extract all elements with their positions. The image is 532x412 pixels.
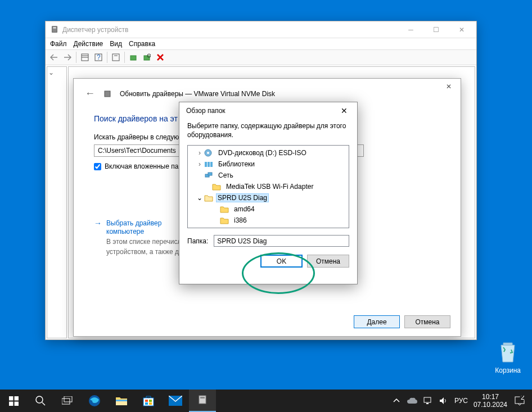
onedrive-icon[interactable] <box>407 396 417 406</box>
recycle-bin-icon <box>495 339 520 364</box>
ok-button[interactable]: OK <box>260 255 303 268</box>
browse-instruction: Выберите папку, содержащую драйверы для … <box>179 119 357 145</box>
menu-file[interactable]: Файл <box>50 40 67 48</box>
svg-rect-22 <box>9 401 13 405</box>
include-subfolders-checkbox[interactable] <box>94 163 101 170</box>
devmgr-titlebar[interactable]: Диспетчер устройств ─ ☐ ✕ <box>46 21 476 38</box>
selected-folder-input[interactable] <box>214 235 349 247</box>
search-button[interactable] <box>27 390 54 412</box>
svg-point-14 <box>207 152 209 154</box>
tree-item-i386[interactable]: i386 <box>188 215 349 226</box>
browse-title: Обзор папок <box>186 107 226 115</box>
close-button[interactable]: ✕ <box>449 21 474 38</box>
svg-rect-20 <box>9 396 13 400</box>
recycle-bin-label: Корзина <box>495 366 521 374</box>
cancel-button[interactable]: Отмена <box>404 315 450 328</box>
recycle-bin[interactable]: Корзина <box>495 339 521 374</box>
svg-line-25 <box>42 402 45 405</box>
svg-text:2: 2 <box>521 396 525 401</box>
svg-rect-1 <box>53 27 56 28</box>
devmgr-title: Диспетчер устройств <box>62 26 398 34</box>
task-view-button[interactable] <box>54 390 81 412</box>
svg-rect-15 <box>205 162 207 167</box>
folder-open-icon <box>204 193 214 202</box>
svg-rect-38 <box>200 397 205 399</box>
menu-action[interactable]: Действие <box>74 40 103 48</box>
folder-icon <box>219 216 229 225</box>
browse-close-button[interactable]: ✕ <box>336 105 353 116</box>
toolbar-help-icon[interactable]: ? <box>92 51 105 64</box>
svg-rect-9 <box>130 56 136 60</box>
clock[interactable]: 10:17 07.10.2024 <box>474 393 507 409</box>
devmgr-nav-tree[interactable]: ⌄ <box>47 66 67 338</box>
svg-point-24 <box>36 396 43 403</box>
folder-label: Папка: <box>187 237 208 245</box>
mail-icon[interactable] <box>162 390 189 412</box>
folder-icon <box>211 182 222 191</box>
maximize-button[interactable]: ☐ <box>423 21 449 38</box>
svg-rect-27 <box>64 396 72 402</box>
tree-item-mediatek[interactable]: MediaTek USB Wi-Fi Adapter <box>188 181 349 192</box>
svg-rect-23 <box>14 401 18 405</box>
network-icon <box>204 171 214 180</box>
tree-item-libraries[interactable]: › Библиотеки <box>188 159 349 170</box>
svg-rect-21 <box>14 396 18 400</box>
menu-help[interactable]: Справка <box>129 40 155 48</box>
wizard-title: Обновить драйверы — VMware Virtual NVMe … <box>120 90 275 98</box>
folder-icon <box>219 205 229 214</box>
taskbar: РУС 10:17 07.10.2024 2 <box>0 390 532 412</box>
toolbar-update-icon[interactable] <box>127 51 139 64</box>
start-button[interactable] <box>0 390 27 412</box>
notifications-icon[interactable]: 2 <box>513 394 526 408</box>
disk-icon <box>103 89 112 98</box>
svg-rect-34 <box>145 402 148 405</box>
back-icon[interactable] <box>48 51 60 64</box>
devmgr-taskbar-icon[interactable] <box>189 390 216 412</box>
devmgr-icon <box>50 25 59 34</box>
dvd-icon <box>204 148 214 157</box>
network-tray-icon[interactable] <box>423 396 433 406</box>
svg-rect-17 <box>210 162 213 167</box>
language-indicator[interactable]: РУС <box>454 397 468 405</box>
tree-item-network[interactable]: Сеть <box>188 170 349 181</box>
folder-tree[interactable]: › DVD-дисковод (D:) ESD-ISO › Библиотеки… <box>187 145 349 228</box>
svg-rect-0 <box>52 26 57 32</box>
devmgr-toolbar: ? <box>46 49 476 65</box>
tree-item-amd64[interactable]: amd64 <box>188 203 349 215</box>
include-subfolders-label: Включая вложенные папки <box>105 162 189 170</box>
forward-icon[interactable] <box>61 51 74 64</box>
svg-rect-30 <box>116 400 127 401</box>
wizard-back-button[interactable]: ← <box>85 88 95 99</box>
browse-folder-dialog: Обзор папок ✕ Выберите папку, содержащую… <box>179 102 358 284</box>
svg-rect-33 <box>149 400 152 402</box>
menu-view[interactable]: Вид <box>110 40 122 48</box>
svg-rect-10 <box>144 56 150 60</box>
libraries-icon <box>204 160 214 169</box>
file-explorer-icon[interactable] <box>108 390 135 412</box>
wizard-close-button[interactable]: ✕ <box>440 81 457 92</box>
svg-rect-31 <box>143 398 154 406</box>
svg-rect-40 <box>426 403 429 404</box>
toolbar-properties-icon[interactable] <box>110 51 122 64</box>
next-button[interactable]: Далее <box>354 315 400 328</box>
arrow-right-icon: → <box>94 219 102 256</box>
svg-rect-32 <box>145 400 148 402</box>
tree-item-dvd[interactable]: › DVD-дисковод (D:) ESD-ISO <box>188 147 349 159</box>
tree-item-sprd[interactable]: ⌄ SPRD U2S Diag <box>188 192 349 203</box>
toolbar-disable-icon[interactable] <box>154 51 166 64</box>
devmgr-menu: Файл Действие Вид Справка <box>46 38 476 49</box>
svg-rect-39 <box>424 397 431 402</box>
toolbar-scan-icon[interactable] <box>141 51 153 64</box>
svg-rect-19 <box>208 173 212 175</box>
svg-text:?: ? <box>97 53 101 61</box>
svg-rect-35 <box>149 402 152 405</box>
svg-rect-26 <box>62 399 70 404</box>
minimize-button[interactable]: ─ <box>398 21 423 38</box>
tray-chevron-icon[interactable] <box>391 396 402 406</box>
edge-icon[interactable] <box>81 390 108 412</box>
browse-cancel-button[interactable]: Отмена <box>307 255 349 268</box>
volume-icon[interactable] <box>439 396 449 406</box>
toolbar-details-icon[interactable] <box>79 51 91 64</box>
store-icon[interactable] <box>135 390 162 412</box>
svg-rect-7 <box>112 54 119 61</box>
